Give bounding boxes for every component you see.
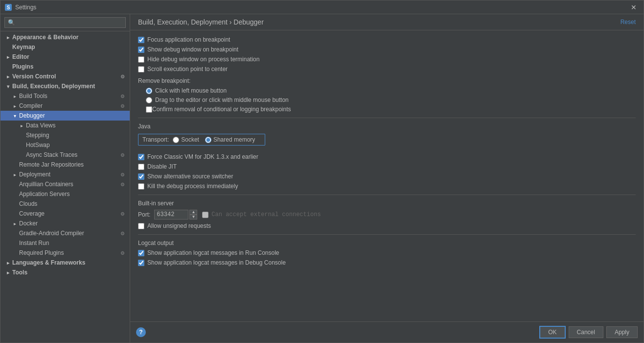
hide-debug-window-checkbox[interactable] <box>138 56 144 63</box>
sidebar-item-data-views[interactable]: ▸Data Views <box>0 121 130 130</box>
focus-breakpoint-checkbox[interactable] <box>138 37 144 43</box>
external-conn-container: Can accept external connections <box>202 211 321 218</box>
kill-debug-checkbox[interactable] <box>138 183 144 190</box>
sidebar-item-async-stack-traces[interactable]: Async Stack Traces⚙ <box>0 150 130 160</box>
force-classic-label[interactable]: Force Classic VM for JDK 1.3.x and earli… <box>138 153 258 160</box>
kill-debug-label[interactable]: Kill the debug process immediately <box>138 183 238 190</box>
nav-tree: ▸Appearance & BehaviorKeymap▸EditorPlugi… <box>0 31 130 343</box>
logcat-label: Logcat output <box>138 240 636 246</box>
shared-memory-radio[interactable] <box>205 137 211 143</box>
logcat-debug-checkbox[interactable] <box>138 260 144 266</box>
external-conn-checkbox[interactable] <box>202 212 208 218</box>
sidebar-item-clouds[interactable]: Clouds <box>0 199 130 209</box>
confirm-removal-row: Confirm removal of conditional or loggin… <box>146 106 636 113</box>
confirm-removal-checkbox[interactable] <box>146 106 152 113</box>
expand-icon-languages: ▸ <box>4 259 11 266</box>
sidebar-item-app-servers[interactable]: Application Servers <box>0 189 130 199</box>
show-alt-source-checkbox[interactable] <box>138 173 144 180</box>
sidebar-item-plugins[interactable]: Plugins <box>0 62 130 72</box>
external-conn-label: Can accept external connections <box>202 211 321 218</box>
port-down-button[interactable]: ▼ <box>189 215 197 220</box>
sidebar-item-instant-run[interactable]: Instant Run <box>0 238 130 248</box>
logcat-debug-label[interactable]: Show application logcat messages in Debu… <box>138 259 286 266</box>
sidebar-item-tools[interactable]: ▸Tools <box>0 268 130 277</box>
config-icon-compiler: ⚙ <box>119 102 126 109</box>
nav-label-languages: Languages & Frameworks <box>12 259 126 266</box>
sidebar-item-docker[interactable]: ▸Docker <box>0 219 130 228</box>
remove-click-radio[interactable] <box>146 88 152 94</box>
show-debug-window-checkbox[interactable] <box>138 47 144 53</box>
expand-icon-instant-run <box>11 240 18 246</box>
expand-icon-async-stack-traces <box>18 151 25 158</box>
logcat-run-checkbox[interactable] <box>138 250 144 256</box>
shared-memory-label[interactable]: Shared memory <box>205 136 255 143</box>
scroll-execution-checkbox[interactable] <box>138 66 144 73</box>
sidebar-item-compiler[interactable]: ▸Compiler⚙ <box>0 101 130 111</box>
close-button[interactable]: ✕ <box>628 2 640 12</box>
socket-radio[interactable] <box>173 137 179 143</box>
sidebar-item-stepping[interactable]: Stepping <box>0 130 130 140</box>
remove-drag-row: Drag to the editor or click with middle … <box>146 97 636 103</box>
sidebar-item-arquillian[interactable]: Arquillian Containers⚙ <box>0 179 130 189</box>
sidebar-item-coverage[interactable]: Coverage⚙ <box>0 209 130 219</box>
sidebar-item-editor[interactable]: ▸Editor <box>0 52 130 62</box>
scroll-execution-label[interactable]: Scroll execution point to center <box>138 66 228 73</box>
remove-click-label[interactable]: Click with left mouse button <box>146 87 227 94</box>
nav-label-keymap: Keymap <box>12 44 126 50</box>
socket-label[interactable]: Socket <box>173 136 199 143</box>
help-button[interactable]: ? <box>136 327 146 337</box>
reset-link[interactable]: Reset <box>621 19 636 25</box>
settings-window: S Settings ✕ ▸Appearance & BehaviorKeyma… <box>0 0 644 343</box>
expand-icon-keymap <box>4 44 11 50</box>
ok-button[interactable]: OK <box>539 326 565 339</box>
apply-button[interactable]: Apply <box>606 326 638 338</box>
remove-drag-radio[interactable] <box>146 97 152 103</box>
force-classic-checkbox[interactable] <box>138 154 144 160</box>
disable-jit-label[interactable]: Disable JIT <box>138 163 177 170</box>
title-bar: S Settings ✕ <box>0 0 644 14</box>
expand-icon-remote-jar-repos <box>11 161 18 168</box>
confirm-removal-label[interactable]: Confirm removal of conditional or loggin… <box>146 106 291 113</box>
expand-icon-appearance: ▸ <box>4 34 11 41</box>
app-icon: S <box>4 3 12 11</box>
sidebar-item-keymap[interactable]: Keymap <box>0 42 130 52</box>
port-input[interactable] <box>154 210 188 220</box>
allow-unsigned-checkbox[interactable] <box>138 223 144 229</box>
sidebar-item-gradle-android[interactable]: Gradle-Android Compiler⚙ <box>0 228 130 238</box>
focus-breakpoint-row: Focus application on breakpoint <box>138 36 636 43</box>
socket-radio-container: Socket <box>173 136 199 143</box>
allow-unsigned-label[interactable]: Allow unsigned requests <box>138 222 211 229</box>
nav-label-docker: Docker <box>19 220 126 227</box>
nav-label-version-control: Version Control <box>12 73 119 80</box>
sidebar-item-version-control[interactable]: ▸Version Control⚙ <box>0 72 130 81</box>
sidebar-item-build-exec-deploy[interactable]: ▾Build, Execution, Deployment <box>0 81 130 91</box>
main-content: ▸Appearance & BehaviorKeymap▸EditorPlugi… <box>0 14 644 343</box>
sidebar-item-hotswap[interactable]: HotSwap <box>0 140 130 150</box>
show-debug-window-label[interactable]: Show debug window on breakpoint <box>138 46 238 53</box>
nav-label-remote-jar-repos: Remote Jar Repositories <box>19 161 126 168</box>
sidebar-item-remote-jar-repos[interactable]: Remote Jar Repositories <box>0 160 130 170</box>
logcat-run-row: Show application logcat messages in Run … <box>138 249 636 256</box>
nav-label-gradle-android: Gradle-Android Compiler <box>19 230 119 237</box>
port-up-button[interactable]: ▲ <box>189 210 197 215</box>
cancel-button[interactable]: Cancel <box>569 326 603 338</box>
nav-label-plugins: Plugins <box>12 63 126 70</box>
sidebar-item-debugger[interactable]: ▾Debugger <box>0 111 130 121</box>
sidebar-item-languages[interactable]: ▸Languages & Frameworks <box>0 258 130 268</box>
nav-label-debugger: Debugger <box>19 112 126 119</box>
expand-icon-docker: ▸ <box>11 220 18 227</box>
search-input[interactable] <box>4 17 126 28</box>
sidebar-item-appearance[interactable]: ▸Appearance & Behavior <box>0 32 130 42</box>
show-alt-source-label[interactable]: Show alternative source switcher <box>138 173 233 180</box>
show-debug-window-row: Show debug window on breakpoint <box>138 46 636 53</box>
focus-breakpoint-label[interactable]: Focus application on breakpoint <box>138 36 230 43</box>
hide-debug-window-label[interactable]: Hide debug window on process termination <box>138 56 259 63</box>
expand-icon-arquillian <box>11 181 18 188</box>
search-box <box>0 14 130 31</box>
remove-drag-label[interactable]: Drag to the editor or click with middle … <box>146 97 289 103</box>
sidebar-item-build-tools[interactable]: ▸Build Tools⚙ <box>0 91 130 101</box>
disable-jit-checkbox[interactable] <box>138 164 144 170</box>
logcat-run-label[interactable]: Show application logcat messages in Run … <box>138 249 279 256</box>
sidebar-item-required-plugins[interactable]: Required Plugins⚙ <box>0 248 130 258</box>
sidebar-item-deployment[interactable]: ▸Deployment⚙ <box>0 170 130 179</box>
